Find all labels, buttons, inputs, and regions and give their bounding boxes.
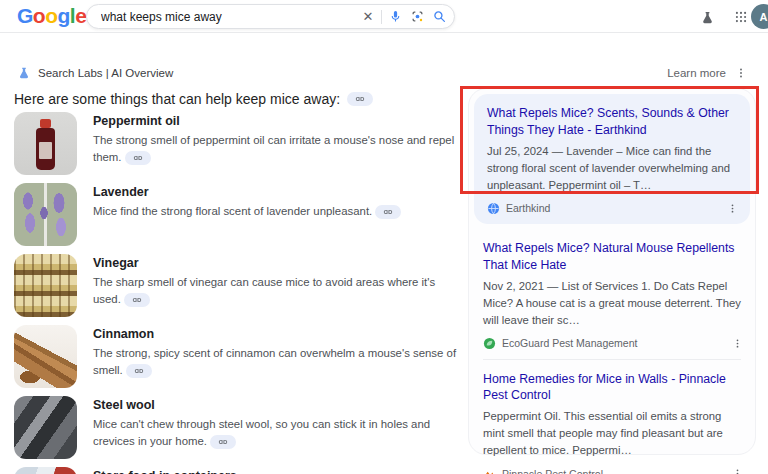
citation-link-icon[interactable] [375, 205, 401, 219]
ai-overview-flask-icon [17, 66, 31, 80]
overflow-menu-icon[interactable] [735, 67, 747, 79]
result-snippet: Jul 25, 2024 — Lavender – Mice can find … [487, 143, 737, 194]
pinnacle-favicon-mountain-icon [483, 467, 496, 474]
learn-more-row: Learn more [667, 67, 747, 79]
search-submit-icon[interactable] [428, 4, 450, 29]
citation-link-icon[interactable] [125, 151, 151, 165]
list-item-steel-wool: Steel wool Mice can't chew through steel… [14, 396, 464, 459]
microphone-icon[interactable] [384, 4, 406, 29]
earthkind-favicon-globe-icon [487, 202, 500, 215]
cinnamon-image[interactable] [14, 325, 77, 388]
source-card-ecoguard[interactable]: What Repels Mice? Natural Mouse Repellen… [469, 229, 755, 359]
clear-search-icon[interactable]: ✕ [357, 4, 379, 29]
citation-link-icon[interactable] [210, 435, 236, 449]
google-lens-icon[interactable] [406, 4, 428, 29]
item-description: Mice find the strong floral scent of lav… [93, 203, 464, 220]
item-title: Lavender [93, 185, 464, 199]
search-bar[interactable]: ✕ [86, 4, 455, 29]
list-item-store-food: Store food in containers [14, 467, 464, 474]
food-containers-image[interactable] [14, 467, 77, 474]
result-title-link[interactable]: What Repels Mice? Scents, Sounds & Other… [487, 105, 737, 139]
ai-overview-heading: Here are some things that can help keep … [14, 91, 340, 107]
google-search-results-page: Google ✕ [0, 0, 768, 474]
item-description: Mice can't chew through steel wool, so y… [93, 416, 464, 450]
citation-link-icon[interactable] [124, 293, 150, 307]
search-labs-label-row: Search Labs | AI Overview [17, 66, 173, 80]
ai-overview-heading-row: Here are some things that can help keep … [14, 91, 373, 107]
apps-grid-icon[interactable] [731, 7, 751, 27]
labs-flask-icon[interactable] [697, 7, 717, 27]
source-card-earthkind[interactable]: What Repels Mice? Scents, Sounds & Other… [474, 94, 750, 224]
vinegar-image[interactable] [14, 254, 77, 317]
result-source-row: EcoGuard Pest Management [483, 337, 741, 350]
steel-wool-image[interactable] [14, 396, 77, 459]
result-title-link[interactable]: Home Remedies for Mice in Walls - Pinnac… [483, 371, 741, 405]
card-menu-icon[interactable] [727, 203, 738, 214]
search-divider [381, 10, 382, 24]
card-menu-icon[interactable] [732, 468, 743, 474]
list-item-vinegar: Vinegar The sharp smell of vinegar can c… [14, 254, 464, 317]
item-description: The strong, spicy scent of cinnamon can … [93, 345, 464, 379]
top-bar: Google ✕ [0, 0, 768, 33]
citation-link-icon[interactable] [126, 364, 152, 378]
learn-more-link[interactable]: Learn more [667, 67, 726, 79]
lavender-image[interactable] [14, 183, 77, 246]
peppermint-oil-image[interactable] [14, 112, 77, 175]
result-snippet: Nov 2, 2021 — List of Services 1. Do Cat… [483, 278, 741, 329]
result-title-link[interactable]: What Repels Mice? Natural Mouse Repellen… [483, 240, 741, 274]
list-item-peppermint-oil: Peppermint oil The strong smell of peppe… [14, 112, 464, 175]
heading-citation-link-icon[interactable] [347, 92, 373, 106]
search-labs-label: Search Labs | AI Overview [38, 67, 173, 79]
source-name: EcoGuard Pest Management [502, 337, 637, 349]
item-title: Store food in containers [93, 469, 464, 474]
item-title: Peppermint oil [93, 114, 464, 128]
source-name: Earthkind [506, 202, 550, 214]
source-name: Pinnacle Pest Control [502, 468, 603, 474]
ecoguard-favicon-leaf-icon [483, 337, 496, 350]
result-source-row: Earthkind [487, 202, 737, 215]
source-card-pinnacle[interactable]: Home Remedies for Mice in Walls - Pinnac… [469, 360, 755, 474]
sources-panel: What Repels Mice? Scents, Sounds & Other… [468, 88, 756, 455]
list-item-cinnamon: Cinnamon The strong, spicy scent of cinn… [14, 325, 464, 388]
google-logo[interactable]: Google [17, 4, 86, 28]
item-title: Vinegar [93, 256, 464, 270]
search-input[interactable] [87, 10, 357, 24]
result-source-row: Pinnacle Pest Control [483, 467, 741, 474]
list-item-lavender: Lavender Mice find the strong floral sce… [14, 183, 464, 246]
account-avatar[interactable]: A [751, 4, 768, 29]
result-snippet: Peppermint Oil. This essential oil emits… [483, 408, 741, 459]
item-description: The strong smell of peppermint oil can i… [93, 132, 464, 166]
item-title: Steel wool [93, 398, 464, 412]
card-menu-icon[interactable] [732, 338, 743, 349]
ai-overview-item-list: Peppermint oil The strong smell of peppe… [14, 112, 464, 474]
item-title: Cinnamon [93, 327, 464, 341]
item-description: The sharp smell of vinegar can cause mic… [93, 274, 464, 308]
